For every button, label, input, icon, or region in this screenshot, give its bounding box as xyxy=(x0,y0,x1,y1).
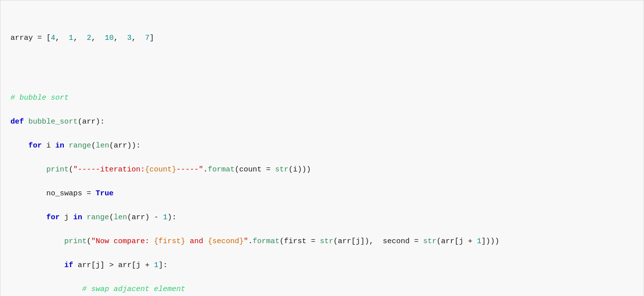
line-blank xyxy=(10,68,634,80)
line-for1: for i in range(len(arr)): xyxy=(10,140,634,152)
line-noswaps-init: no_swaps = True xyxy=(10,188,634,200)
line-1: array = [4, 1, 2, 10, 3, 7] xyxy=(10,32,634,44)
line-comment2: # swap adjacent element xyxy=(10,284,634,296)
line-print1: print("-----iteration:{count}-----".form… xyxy=(10,164,634,176)
code-block: array = [4, 1, 2, 10, 3, 7] # bubble sor… xyxy=(0,0,644,296)
line-for2: for j in range(len(arr) - 1): xyxy=(10,212,634,224)
line-def: def bubble_sort(arr): xyxy=(10,116,634,128)
line-comment: # bubble sort xyxy=(10,92,634,104)
line-print2: print("Now compare: {first} and {second}… xyxy=(10,236,634,248)
line-if1: if arr[j] > arr[j + 1]: xyxy=(10,260,634,272)
